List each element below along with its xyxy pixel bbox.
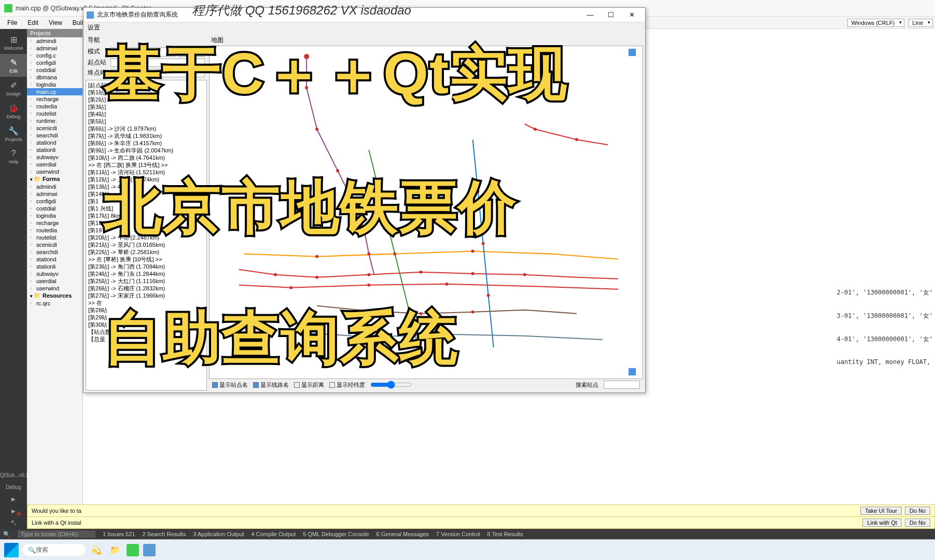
cb-latlng[interactable]: 显示经纬度: [329, 381, 365, 389]
route-step[interactable]: [第14站]: [87, 190, 205, 198]
resource-item[interactable]: rc.qrc: [27, 300, 82, 307]
output-version[interactable]: 7 Version Control: [436, 531, 480, 537]
menu-file[interactable]: File: [2, 18, 22, 27]
file-item[interactable]: runtime.: [27, 117, 82, 124]
task-qtcreator-icon[interactable]: [127, 544, 139, 556]
clear-button[interactable]: 清除: [178, 47, 205, 57]
folder-forms[interactable]: ▾📁 Forms: [27, 175, 82, 183]
route-step[interactable]: [第1站]: [87, 89, 205, 96]
cb-station-name[interactable]: 显示站点名: [212, 381, 248, 389]
kit-selector[interactable]: QtSub...v6.5: [0, 469, 27, 481]
file-item[interactable]: costdial: [27, 66, 82, 74]
file-item[interactable]: config.c: [27, 52, 82, 59]
line-combo[interactable]: Line: [909, 19, 933, 27]
task-copilot-icon[interactable]: 💫: [89, 543, 104, 557]
route-step[interactable]: 【站点数: [87, 328, 205, 335]
route-step[interactable]: [第7站] -> 巩华城 (1.9831km): [87, 132, 205, 139]
form-item[interactable]: routelist: [27, 234, 82, 241]
route-step[interactable]: [第27站] -> 宋家庄 (1.1966km): [87, 292, 205, 299]
zoom-slider[interactable]: [370, 381, 412, 389]
mode-select[interactable]: 最少站点: [110, 47, 176, 57]
route-step[interactable]: [第2站]: [87, 96, 205, 103]
file-item[interactable]: main.cp: [27, 88, 82, 95]
file-item[interactable]: userwind: [27, 168, 82, 175]
mode-help[interactable]: ?Help: [0, 145, 27, 168]
route-step[interactable]: [第12站] -> 上地 (1.0074km): [87, 176, 205, 183]
route-step[interactable]: [第22站] -> 草桥 (2.2581km): [87, 248, 205, 256]
route-step[interactable]: [第13站] -> 4km): [87, 183, 205, 190]
route-step[interactable]: [第3站]: [87, 103, 205, 110]
form-item[interactable]: userdial: [27, 277, 82, 285]
file-item[interactable]: dbmana: [27, 74, 82, 81]
close-button[interactable]: ✕: [621, 9, 642, 21]
route-step[interactable]: [第4站]: [87, 110, 205, 118]
file-item[interactable]: routedia: [27, 103, 82, 110]
mode-debug[interactable]: 🐞Debug: [0, 100, 27, 122]
end-input[interactable]: [110, 69, 205, 77]
do-not-button-2[interactable]: Do No: [905, 519, 930, 527]
route-step[interactable]: [第25站] -> 大红门 (1.1116km): [87, 277, 205, 285]
route-step[interactable]: [第5站]: [87, 118, 205, 125]
build-button[interactable]: 🔨: [0, 517, 27, 529]
route-step[interactable]: [第8站] -> 朱辛庄 (3.4157km): [87, 139, 205, 147]
route-list[interactable]: [起点站] 十[第1站][第2站][第3站][第4站][第5站][第6站] ->…: [86, 80, 207, 390]
take-tour-button[interactable]: Take UI Tour: [860, 507, 902, 515]
output-compile[interactable]: 4 Compile Output: [252, 531, 296, 537]
output-test[interactable]: 8 Test Results: [487, 531, 523, 537]
menu-edit[interactable]: Edit: [22, 18, 44, 27]
file-tree[interactable]: admindiadminwiconfig.cconfigdicostdialdb…: [27, 37, 82, 506]
form-item[interactable]: stationli: [27, 263, 82, 270]
route-step[interactable]: [第9站] -> 生命科学园 (2.0047km): [87, 147, 205, 154]
file-item[interactable]: searchdi: [27, 132, 82, 139]
form-item[interactable]: subwayv: [27, 270, 82, 277]
menu-view[interactable]: View: [44, 18, 67, 27]
route-step[interactable]: >> 在: [87, 299, 205, 306]
route-step[interactable]: [第11站] -> 清河站 (1.5211km): [87, 169, 205, 176]
link-qt-button[interactable]: Link with Qt: [862, 519, 901, 527]
build-config[interactable]: Debug: [0, 481, 27, 493]
route-step[interactable]: [第30站: [87, 321, 205, 328]
file-item[interactable]: configdi: [27, 59, 82, 66]
file-item[interactable]: logindia: [27, 81, 82, 88]
file-item[interactable]: routelist: [27, 110, 82, 117]
mode-edit[interactable]: ✎Edit: [0, 54, 27, 77]
cb-line-name[interactable]: 显示线路名: [253, 381, 289, 389]
output-general[interactable]: 6 General Messages: [376, 531, 429, 537]
do-not-button-1[interactable]: Do No: [905, 507, 930, 515]
route-step[interactable]: [第1 兴线]: [87, 205, 205, 212]
route-step[interactable]: >> 在 [草桥] 换乘 [10号线] >>: [87, 256, 205, 263]
encoding-combo[interactable]: Windows (CRLF): [847, 19, 904, 27]
start-button[interactable]: [4, 543, 19, 557]
form-item[interactable]: costdial: [27, 205, 82, 212]
maximize-button[interactable]: ☐: [601, 9, 621, 21]
output-qml[interactable]: 5 QML Debugger Console: [303, 531, 369, 537]
minimize-button[interactable]: —: [580, 9, 601, 21]
route-step[interactable]: [第28站: [87, 306, 205, 314]
form-item[interactable]: userwind: [27, 285, 82, 292]
route-step[interactable]: [起点站] 十: [87, 81, 205, 89]
locator-input[interactable]: Type to locate (Ctrl+K): [18, 530, 95, 538]
form-item[interactable]: admindi: [27, 183, 82, 190]
start-input[interactable]: [110, 59, 205, 67]
form-item[interactable]: searchdi: [27, 248, 82, 256]
task-explorer-icon[interactable]: 📁: [108, 543, 122, 557]
route-step[interactable]: 【总里: [87, 335, 205, 343]
form-item[interactable]: logindia: [27, 212, 82, 219]
file-item[interactable]: admindi: [27, 37, 82, 45]
route-step[interactable]: [第23站] -> 角门西 (1.7094km): [87, 263, 205, 270]
locator-icon[interactable]: 🔍: [3, 531, 10, 538]
file-item[interactable]: stationli: [27, 146, 82, 153]
form-item[interactable]: routedia: [27, 227, 82, 234]
task-app-icon[interactable]: [143, 544, 156, 556]
route-step[interactable]: >> 在 [西二旗] 换乘 [13号线] >>: [87, 161, 205, 169]
route-step[interactable]: [第1: [87, 198, 205, 205]
route-step[interactable]: [第17站] 8km): [87, 212, 205, 219]
form-item[interactable]: configdi: [27, 198, 82, 205]
run-button[interactable]: ▶: [0, 493, 27, 505]
search-station-input[interactable]: [604, 381, 640, 389]
route-step[interactable]: [第10站] -> 西二旗 (4.7641km): [87, 154, 205, 161]
route-step[interactable]: [第20站] -> 牛街 (2.2487km): [87, 234, 205, 241]
file-item[interactable]: scenicdi: [27, 124, 82, 132]
route-step[interactable]: [第6站] -> 沙河 (1.9797km): [87, 125, 205, 132]
route-step[interactable]: [第21站] -> 景风门 (3.0165km): [87, 241, 205, 248]
